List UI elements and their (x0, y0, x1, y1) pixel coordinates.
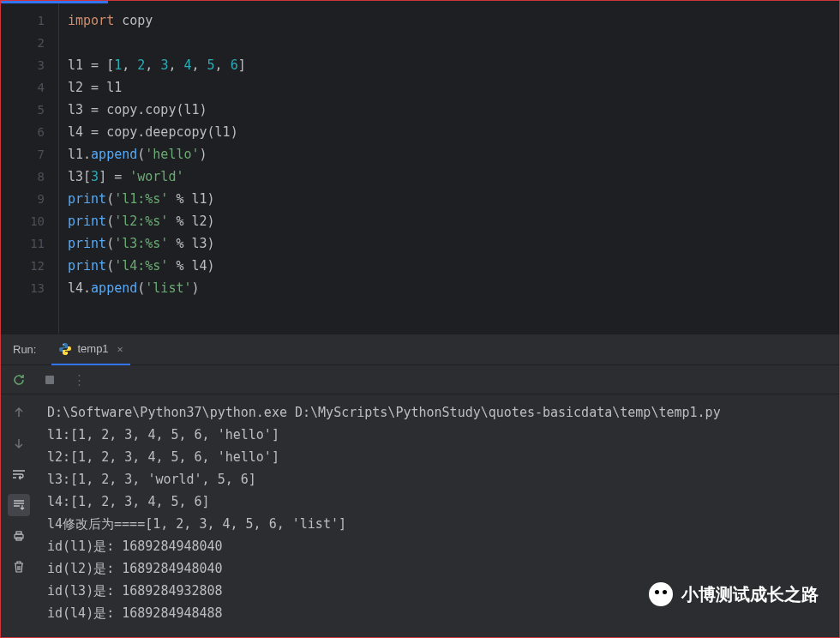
code-line[interactable]: l4 = copy.deepcopy(l1) (68, 121, 839, 143)
code-line[interactable]: print('l1:%s' % l1) (68, 188, 839, 210)
output-line: l1:[1, 2, 3, 4, 5, 6, 'hello'] (47, 424, 829, 446)
run-tabs-bar: Run: temp1 ✕ (1, 334, 839, 365)
code-content[interactable]: import copyl1 = [1, 2, 3, 4, 5, 6]l2 = l… (59, 1, 839, 334)
code-line[interactable]: print('l4:%s' % l4) (68, 255, 839, 277)
run-file-tab[interactable]: temp1 ✕ (51, 334, 129, 365)
output-line: l4:[1, 2, 3, 4, 5, 6] (47, 491, 829, 513)
rerun-icon[interactable] (11, 372, 27, 388)
close-icon[interactable]: ✕ (117, 343, 123, 355)
print-icon[interactable] (8, 525, 30, 547)
code-line[interactable]: print('l3:%s' % l3) (68, 232, 839, 255)
up-arrow-icon[interactable] (8, 401, 30, 424)
code-editor[interactable]: 12345678910111213 import copyl1 = [1, 2,… (1, 1, 839, 334)
run-label: Run: (13, 343, 36, 356)
watermark-text: 小博测试成长之路 (681, 583, 819, 606)
svg-point-0 (63, 343, 64, 344)
line-number: 9 (1, 188, 45, 210)
line-number: 10 (1, 210, 45, 232)
output-line: D:\Software\Python37\python.exe D:\MyScr… (47, 401, 829, 424)
code-line[interactable]: l4.append('list') (68, 277, 839, 299)
line-number-gutter: 12345678910111213 (1, 1, 59, 334)
line-number: 6 (1, 121, 45, 143)
svg-rect-4 (16, 532, 21, 534)
code-line[interactable]: l3[3] = 'world' (68, 166, 839, 188)
output-line: l4修改后为====[1, 2, 3, 4, 5, 6, 'list'] (47, 513, 829, 535)
line-number: 2 (1, 32, 45, 54)
code-line[interactable]: l3 = copy.copy(l1) (68, 99, 839, 121)
line-number: 3 (1, 54, 45, 76)
output-line: l3:[1, 2, 3, 'world', 5, 6] (47, 468, 829, 491)
scroll-to-end-icon[interactable] (8, 494, 30, 516)
line-number: 1 (1, 9, 45, 32)
stop-icon[interactable] (42, 372, 57, 388)
run-file-name: temp1 (77, 342, 108, 355)
line-number: 7 (1, 143, 45, 166)
output-line: id(l2)是: 1689284948040 (47, 557, 829, 580)
code-line[interactable] (68, 32, 839, 54)
line-number: 11 (1, 232, 45, 255)
run-toolbar: ⋮ (1, 365, 839, 394)
trash-icon[interactable] (8, 556, 30, 578)
code-line[interactable]: l1.append('hello') (68, 143, 839, 166)
svg-rect-2 (45, 376, 54, 384)
output-line: l2:[1, 2, 3, 4, 5, 6, 'hello'] (47, 446, 829, 468)
line-number: 8 (1, 166, 45, 188)
line-number: 5 (1, 99, 45, 121)
wechat-icon (649, 582, 673, 606)
svg-point-1 (67, 352, 68, 353)
separator: ⋮ (73, 372, 86, 388)
soft-wrap-icon[interactable] (8, 463, 30, 485)
code-line[interactable]: print('l2:%s' % l2) (68, 210, 839, 232)
code-line[interactable]: l1 = [1, 2, 3, 4, 5, 6] (68, 54, 839, 76)
code-line[interactable]: l2 = l1 (68, 76, 839, 99)
python-file-icon (58, 342, 72, 356)
run-sidebar (1, 394, 37, 638)
code-line[interactable]: import copy (68, 9, 839, 32)
watermark: 小博测试成长之路 (649, 582, 819, 606)
line-number: 4 (1, 76, 45, 99)
active-tab-indicator (1, 1, 108, 3)
line-number: 12 (1, 255, 45, 277)
down-arrow-icon[interactable] (8, 432, 30, 454)
output-line: id(l1)是: 1689284948040 (47, 535, 829, 557)
line-number: 13 (1, 277, 45, 299)
